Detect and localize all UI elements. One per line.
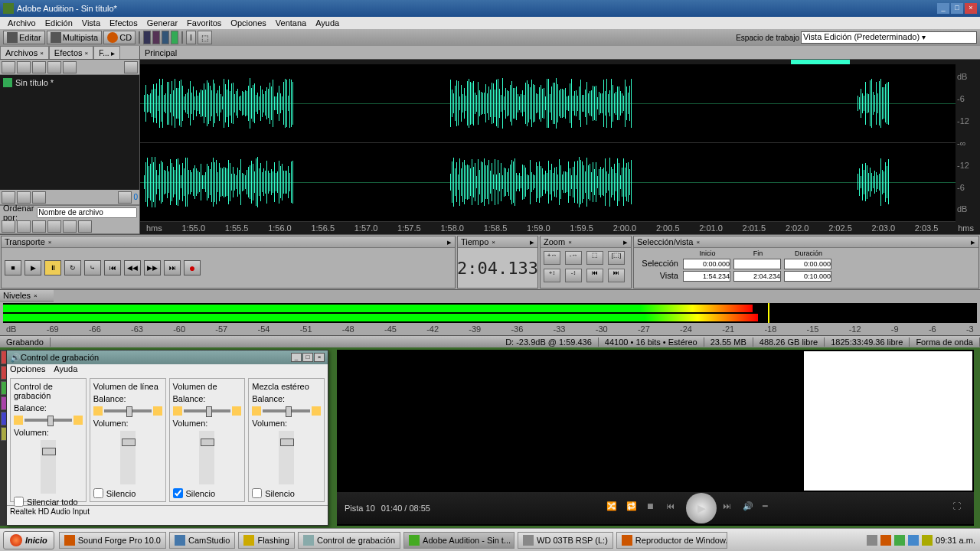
play-button[interactable]: ▶: [24, 260, 41, 276]
volume-slider-stereo[interactable]: [279, 431, 294, 484]
maximize-button[interactable]: □: [951, 3, 963, 14]
play-loop-button[interactable]: ↻: [64, 260, 81, 276]
volume-slider-vol[interactable]: [199, 431, 214, 484]
sel-end-input[interactable]: [733, 259, 781, 269]
edit-mode-button[interactable]: Editar: [3, 31, 45, 44]
zoom-full-button[interactable]: ⬚: [586, 251, 603, 265]
tray-icon-5[interactable]: [922, 535, 933, 546]
tray-icon-3[interactable]: [894, 535, 905, 546]
file-item[interactable]: Sin título *: [3, 78, 136, 87]
menu-efectos[interactable]: Efectos: [105, 18, 142, 28]
volume-icon[interactable]: [118, 191, 132, 204]
play-skip-button[interactable]: ⤷: [84, 260, 101, 276]
menu-ayuda[interactable]: Ayuda: [311, 18, 344, 28]
import-button[interactable]: [2, 61, 15, 73]
loop-file-button[interactable]: [17, 191, 31, 204]
mute-stereo-checkbox[interactable]: [252, 488, 262, 498]
insert-button[interactable]: [32, 61, 46, 73]
filter-button[interactable]: [63, 220, 77, 233]
close-file-button[interactable]: [17, 61, 31, 73]
goto-start-button[interactable]: ⏮: [104, 260, 121, 276]
zoom-out-v-button[interactable]: -↕: [565, 269, 582, 282]
view-start-input[interactable]: [683, 271, 730, 282]
tray-icon-4[interactable]: [908, 535, 919, 546]
rec-menu-opciones[interactable]: Opciones: [10, 364, 45, 373]
options-button[interactable]: [63, 61, 77, 73]
task-audition[interactable]: Adobe Audition - Sin t...: [403, 532, 514, 549]
play-file-button[interactable]: [2, 191, 15, 204]
view-spectral-button[interactable]: [152, 31, 160, 44]
close-button[interactable]: ×: [965, 3, 977, 14]
volume-slider-line[interactable]: [120, 431, 136, 484]
zoom-in-h-button[interactable]: +↔: [544, 251, 560, 265]
balance-slider-vol[interactable]: [184, 409, 231, 412]
task-wmp[interactable]: Reproductor de Window...: [616, 532, 727, 549]
zoom-close[interactable]: ×: [568, 239, 572, 246]
sel-start-input[interactable]: [683, 259, 730, 269]
mute-all-checkbox[interactable]: [14, 497, 24, 507]
balance-slider[interactable]: [24, 419, 72, 422]
zoom-out-h-button[interactable]: -↔: [565, 251, 582, 265]
record-button[interactable]: ●: [184, 260, 201, 276]
mp-mute-button[interactable]: 🔊: [743, 501, 756, 515]
pause-button[interactable]: ⏸: [44, 260, 61, 276]
cd-button[interactable]: CD: [103, 31, 136, 44]
menu-opciones[interactable]: Opciones: [226, 18, 270, 28]
more-button[interactable]: [78, 220, 92, 233]
selection-close[interactable]: ×: [696, 239, 700, 246]
menu-generar[interactable]: Generar: [142, 18, 182, 28]
level-meter[interactable]: [3, 303, 977, 323]
balance-slider-stereo[interactable]: [263, 409, 310, 412]
goto-end-button[interactable]: ⏭: [164, 260, 181, 276]
marquee-tool-button[interactable]: ⬚: [198, 31, 212, 44]
mp-fullscreen-button[interactable]: ⛶: [952, 501, 966, 515]
zoom-left-button[interactable]: ⏮: [586, 269, 603, 282]
tray-icon-2[interactable]: [880, 535, 891, 546]
menu-edicion[interactable]: Edición: [41, 18, 77, 28]
zoom-in-v-button[interactable]: +↕: [544, 269, 560, 282]
file-list[interactable]: Sin título *: [0, 75, 139, 190]
tiempo-close[interactable]: ×: [492, 239, 495, 246]
view-pan-button[interactable]: [162, 31, 169, 44]
forward-button[interactable]: ▶▶: [144, 260, 161, 276]
tab-archivos[interactable]: Archivos×: [0, 46, 49, 59]
panel-menu-button[interactable]: [124, 61, 138, 73]
task-flashing[interactable]: Flashing: [238, 532, 295, 549]
edit-file-button[interactable]: [47, 61, 61, 73]
menu-ventana[interactable]: Ventana: [271, 18, 311, 28]
mute-vol-checkbox[interactable]: [173, 488, 183, 498]
mp-repeat-button[interactable]: 🔁: [626, 501, 640, 515]
mp-vol-slider[interactable]: ━: [763, 501, 776, 515]
mp-prev-button[interactable]: ⏮: [666, 501, 680, 515]
task-soundforge[interactable]: Sound Forge Pro 10.0: [59, 532, 166, 549]
menu-vista[interactable]: Vista: [77, 18, 105, 28]
start-button[interactable]: Inicio: [3, 531, 54, 549]
zoom-right-button[interactable]: ⏭: [608, 269, 625, 282]
rec-min-button[interactable]: _: [291, 353, 302, 362]
rec-close-button[interactable]: ×: [314, 353, 325, 362]
cursor-tool-button[interactable]: I: [186, 31, 196, 44]
autoplay-button[interactable]: [32, 191, 46, 204]
sel-dur-input[interactable]: [784, 259, 831, 269]
mp-next-button[interactable]: ⏭: [723, 501, 737, 515]
view-list-button[interactable]: [2, 220, 15, 233]
minimize-button[interactable]: _: [937, 3, 949, 14]
tab-more[interactable]: F... ▸: [93, 46, 120, 59]
tray-icon-1[interactable]: [867, 535, 877, 546]
sort-input[interactable]: [37, 207, 137, 218]
rec-max-button[interactable]: □: [302, 353, 313, 362]
waveform-display[interactable]: [140, 64, 956, 222]
view-phase-button[interactable]: [171, 31, 178, 44]
tray-time[interactable]: 09:31 a.m.: [936, 536, 975, 545]
stop-button[interactable]: ■: [5, 260, 21, 276]
rec-menu-ayuda[interactable]: Ayuda: [54, 364, 77, 373]
zoom-sel-button[interactable]: [⬚]: [608, 251, 625, 265]
tab-efectos[interactable]: Efectos×: [49, 46, 93, 59]
view-detail-button[interactable]: [17, 220, 31, 233]
view-grid-button[interactable]: [47, 220, 61, 233]
menu-favoritos[interactable]: Favoritos: [182, 18, 226, 28]
balance-slider-line[interactable]: [104, 409, 152, 412]
workspace-selector[interactable]: Vista Edición (Predeterminado) ▾: [801, 31, 977, 44]
task-recording[interactable]: Control de grabación: [298, 532, 400, 549]
mute-line-checkbox[interactable]: [93, 488, 103, 498]
